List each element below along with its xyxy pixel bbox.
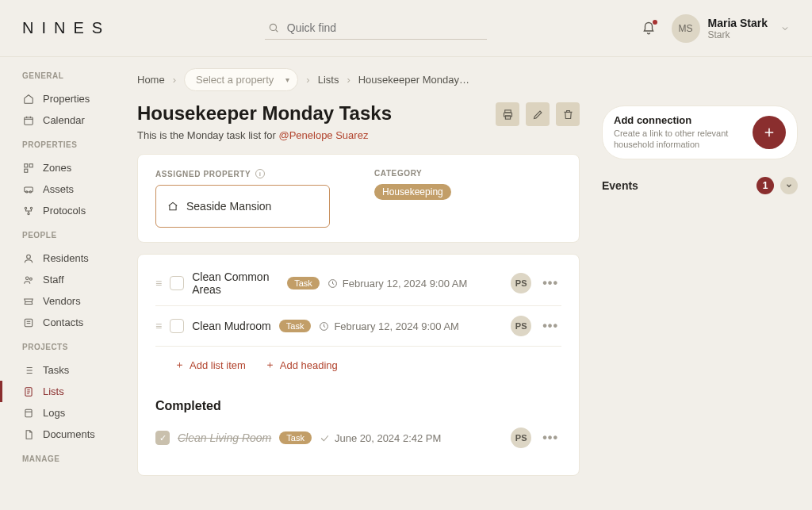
svg-rect-6 [25,163,28,167]
plus-icon: ＋ [174,358,185,372]
assets-icon [22,184,35,195]
clock-icon [319,321,329,332]
sidebar-section-manage: MANAGE [22,454,123,463]
protocols-icon [22,205,35,217]
page-title: Housekeeper Monday Tasks [137,102,392,125]
events-panel-header[interactable]: Events 1 [602,177,798,194]
svg-point-16 [26,276,29,279]
clock-icon [327,278,338,289]
assigned-property-box[interactable]: Seaside Mansion [155,185,330,228]
sidebar-item-label: Logs [43,407,65,419]
sidebar-item-assets[interactable]: Assets [22,178,123,200]
task-title[interactable]: Clean Common Areas [192,270,279,296]
task-more-button[interactable]: ••• [539,431,561,445]
svg-point-12 [25,207,26,209]
delete-button[interactable] [556,102,580,126]
add-heading-button[interactable]: ＋ Add heading [265,358,338,372]
content-area: Home › Select a property › Lists › House… [123,57,812,510]
sidebar-item-lists[interactable]: Lists [22,381,123,402]
notifications-button[interactable] [642,21,656,36]
task-checkbox[interactable] [170,276,184,290]
person-icon [22,253,35,264]
staff-icon [22,274,35,286]
vendors-icon [22,296,35,307]
sidebar-item-label: Residents [43,252,89,264]
mention-link[interactable]: @Penelope Suarez [278,129,368,141]
task-row: ≡ Clean Mudroom Task February 12, 2024 9… [155,306,561,347]
logo: NINES [22,19,110,37]
sidebar-item-label: Assets [43,183,74,195]
sidebar-item-logs[interactable]: Logs [22,402,123,424]
sidebar-item-label: Vendors [43,295,81,307]
sidebar-section-properties: PROPERTIES [22,140,123,149]
sidebar-item-label: Zones [43,162,71,174]
home-icon [22,94,35,105]
svg-point-15 [27,255,31,259]
task-more-button[interactable]: ••• [539,319,561,333]
sidebar-item-staff[interactable]: Staff [22,269,123,290]
drag-handle-icon[interactable]: ≡ [155,278,162,289]
user-name: Maria Stark [708,17,768,29]
task-title[interactable]: Clean Mudroom [192,320,271,332]
notification-dot [653,20,657,25]
tasks-card: ≡ Clean Common Areas Task February 12, 2… [137,254,580,476]
print-button[interactable] [496,102,519,126]
task-type-tag: Task [279,431,312,444]
user-sub: Stark [708,29,768,40]
task-title[interactable]: Clean Living Room [178,431,271,444]
events-count-badge: 1 [756,177,774,194]
sidebar-item-label: Calendar [43,114,85,126]
sidebar-item-residents[interactable]: Residents [22,247,123,269]
task-assignee-avatar[interactable]: PS [511,316,531,336]
add-connection-sub: Create a link to other relevant househol… [614,128,743,151]
events-label: Events [602,179,638,192]
user-menu[interactable]: MS Maria Stark Stark [672,14,790,43]
edit-button[interactable] [526,102,550,126]
sidebar-item-label: Tasks [43,364,69,376]
search-input[interactable] [287,21,484,34]
sidebar-item-calendar[interactable]: Calendar [22,109,123,131]
add-connection-button[interactable] [753,116,786,149]
sidebar-item-contacts[interactable]: Contacts [22,312,123,333]
svg-rect-31 [25,409,32,416]
chevron-right-icon: › [347,74,350,86]
info-icon[interactable]: i [255,169,265,178]
drag-handle-icon[interactable]: ≡ [155,320,162,332]
svg-point-17 [29,278,32,280]
svg-line-1 [275,30,278,33]
sidebar-item-documents[interactable]: Documents [22,424,123,445]
task-assignee-avatar[interactable]: PS [511,273,531,293]
documents-icon [22,429,35,440]
sidebar-item-tasks[interactable]: Tasks [22,359,123,381]
expand-events-button[interactable] [780,177,798,194]
task-assignee-avatar[interactable]: PS [511,428,531,448]
task-checkbox[interactable]: ✓ [155,431,170,445]
sidebar-item-label: Staff [43,274,64,286]
app-header: NINES MS Maria Stark Stark [0,0,812,57]
plus-icon: ＋ [265,358,275,372]
property-select[interactable]: Select a property [184,68,298,91]
task-checkbox[interactable] [170,319,184,333]
breadcrumb-home[interactable]: Home [137,74,165,86]
check-icon [320,433,330,443]
breadcrumb-current: Housekeeper Monday… [358,74,469,86]
svg-point-14 [28,213,29,214]
add-connection-card[interactable]: Add connection Create a link to other re… [602,105,798,159]
search-input-wrap[interactable] [265,17,487,40]
sidebar-item-protocols[interactable]: Protocols [22,200,123,221]
add-list-item-button[interactable]: ＋ Add list item [174,358,246,372]
avatar: MS [672,14,700,43]
search-icon [268,22,279,33]
breadcrumb-lists[interactable]: Lists [318,74,339,86]
sidebar-item-vendors[interactable]: Vendors [22,290,123,312]
svg-rect-18 [25,319,32,326]
task-type-tag: Task [287,277,320,290]
task-more-button[interactable]: ••• [539,276,561,290]
sidebar-item-properties[interactable]: Properties [22,88,123,109]
zones-icon [22,163,35,174]
sidebar-item-label: Protocols [43,205,86,217]
category-tag: Housekeeping [374,184,451,200]
task-date: February 12, 2024 9:00 AM [327,278,503,290]
breadcrumb: Home › Select a property › Lists › House… [123,57,812,102]
sidebar-item-zones[interactable]: Zones [22,157,123,178]
